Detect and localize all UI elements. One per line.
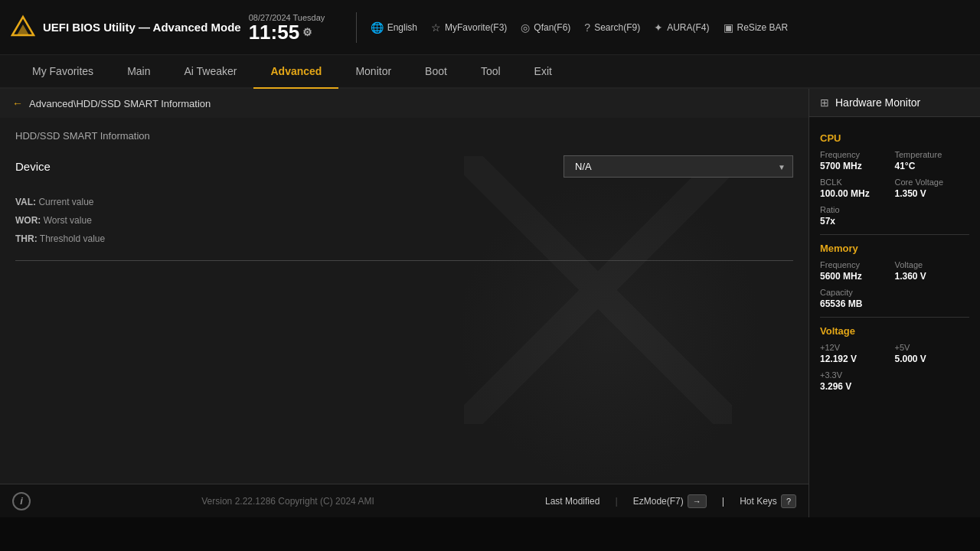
mem-frequency-value: 5600 MHz [820, 271, 895, 282]
hardware-monitor-panel: ⊞ Hardware Monitor CPU Frequency 5700 MH… [808, 89, 980, 517]
breadcrumb-text: Advanced\HDD/SSD SMART Information [29, 98, 211, 109]
settings-icon[interactable]: ⚙ [302, 27, 312, 37]
mem-frequency-label: Frequency [820, 260, 895, 269]
myfavorite-label: MyFavorite(F3) [445, 22, 507, 33]
mem-capacity-value: 65536 MB [820, 298, 895, 309]
cpu-bclk-col: BCLK 100.00 MHz [820, 178, 895, 199]
mem-voltage-value: 1.360 V [895, 271, 970, 282]
v12-col: +12V 12.192 V [820, 343, 895, 364]
cpu-memory-divider [820, 234, 969, 235]
globe-icon: 🌐 [371, 21, 384, 34]
v33-spacer [895, 370, 970, 392]
version-text: Version 2.22.1286 Copyright (C) 2024 AMI [31, 496, 545, 507]
v33-value: 3.296 V [820, 381, 895, 392]
logo-area: UEFI BIOS Utility — Advanced Mode [9, 14, 241, 41]
aura-label: AURA(F4) [667, 22, 709, 33]
footer-divider: | [615, 495, 617, 507]
toolbar-language[interactable]: 🌐 English [371, 21, 417, 34]
mem-capacity-col: Capacity 65536 MB [820, 288, 895, 309]
search-label: Search(F9) [594, 22, 640, 33]
back-arrow-icon[interactable]: ← [12, 97, 23, 109]
toolbar-qfan[interactable]: ◎ Qfan(F6) [521, 21, 570, 34]
cpu-core-voltage-value: 1.350 V [895, 188, 970, 199]
nav-advanced[interactable]: Advanced [253, 55, 338, 89]
ez-mode-button[interactable]: EzMode(F7) → [633, 494, 707, 508]
legend: VAL: Current value WOR: Worst value THR:… [15, 193, 793, 248]
search-icon: ? [584, 21, 590, 34]
vertical-divider [356, 12, 357, 43]
mem-voltage-label: Voltage [895, 260, 970, 269]
device-select-wrapper[interactable]: N/A [564, 155, 793, 178]
toolbar-search[interactable]: ? Search(F9) [584, 21, 640, 34]
resizebar-label: ReSize BAR [737, 22, 789, 33]
nav-ai-tweaker[interactable]: Ai Tweaker [167, 55, 253, 89]
hot-keys-button[interactable]: Hot Keys ? [740, 494, 796, 508]
v5-col: +5V 5.000 V [895, 343, 970, 364]
language-label: English [387, 22, 417, 33]
legend-val: VAL: Current value [15, 193, 793, 211]
footer-divider-2: | [722, 495, 724, 507]
top-bar: UEFI BIOS Utility — Advanced Mode 08/27/… [0, 0, 980, 55]
info-button[interactable]: i [12, 492, 31, 510]
mem-freq-voltage-row: Frequency 5600 MHz Voltage 1.360 V [820, 260, 969, 282]
breadcrumb: ← Advanced\HDD/SSD SMART Information [0, 89, 808, 118]
ez-mode-label: EzMode(F7) [633, 496, 684, 507]
last-modified-button[interactable]: Last Modified [545, 496, 599, 507]
hot-keys-key-icon: ? [781, 494, 796, 508]
nav-boot[interactable]: Boot [408, 55, 464, 89]
cpu-bclk-voltage-row: BCLK 100.00 MHz Core Voltage 1.350 V [820, 178, 969, 199]
cpu-bclk-value: 100.00 MHz [820, 188, 895, 199]
star-icon: ☆ [431, 21, 441, 34]
v12-v5-row: +12V 12.192 V +5V 5.000 V [820, 343, 969, 364]
nav-main[interactable]: Main [110, 55, 167, 89]
hardware-monitor-title: Hardware Monitor [835, 96, 920, 109]
time-display: 11:55 ⚙ [249, 22, 313, 42]
cpu-temperature-label: Temperature [895, 150, 970, 159]
svg-marker-1 [17, 24, 29, 35]
content-body: HDD/SSD SMART Information Device N/A VAL… [0, 118, 808, 484]
hot-keys-label: Hot Keys [740, 496, 777, 507]
status-bar: i Version 2.22.1286 Copyright (C) 2024 A… [0, 484, 808, 517]
ez-mode-key-icon: → [688, 494, 707, 508]
nav-tool[interactable]: Tool [464, 55, 518, 89]
v5-label: +5V [895, 343, 970, 352]
toolbar-myfavorite[interactable]: ☆ MyFavorite(F3) [431, 21, 507, 34]
v33-row: +3.3V 3.296 V [820, 370, 969, 392]
info-icon: i [12, 492, 31, 510]
datetime-display: 08/27/2024 Tuesday 11:55 ⚙ [249, 13, 333, 42]
nav-exit[interactable]: Exit [518, 55, 569, 89]
nav-bar: My Favorites Main Ai Tweaker Advanced Mo… [0, 55, 980, 89]
legend-thr: THR: Threshold value [15, 230, 793, 248]
v12-label: +12V [820, 343, 895, 352]
cpu-section-title: CPU [820, 132, 969, 144]
cpu-ratio-spacer [895, 205, 970, 227]
cpu-frequency-label: Frequency [820, 150, 895, 159]
toolbar-aura[interactable]: ✦ AURA(F4) [654, 21, 709, 34]
memory-voltage-divider [820, 317, 969, 318]
toolbar: 🌐 English ☆ MyFavorite(F3) ◎ Qfan(F6) ? … [371, 21, 971, 34]
mem-capacity-row: Capacity 65536 MB [820, 288, 969, 309]
mem-capacity-spacer [895, 288, 970, 309]
hardware-monitor-header: ⊞ Hardware Monitor [809, 89, 980, 117]
device-label: Device [15, 160, 51, 173]
cpu-freq-temp-row: Frequency 5700 MHz Temperature 41°C [820, 150, 969, 171]
mem-frequency-col: Frequency 5600 MHz [820, 260, 895, 282]
last-modified-label: Last Modified [545, 496, 599, 507]
v5-value: 5.000 V [895, 354, 970, 364]
device-row: Device N/A [15, 155, 793, 178]
v12-value: 12.192 V [820, 354, 895, 364]
content-divider [15, 260, 793, 261]
hardware-monitor-body: CPU Frequency 5700 MHz Temperature 41°C … [809, 117, 980, 406]
cpu-bclk-label: BCLK [820, 178, 895, 187]
cpu-ratio-label: Ratio [820, 205, 895, 214]
memory-section-title: Memory [820, 243, 969, 254]
monitor-icon: ⊞ [820, 96, 829, 109]
fan-icon: ◎ [521, 21, 530, 34]
cpu-core-voltage-col: Core Voltage 1.350 V [895, 178, 970, 199]
cpu-ratio-row: Ratio 57x [820, 205, 969, 227]
device-dropdown[interactable]: N/A [564, 155, 793, 178]
nav-monitor[interactable]: Monitor [338, 55, 408, 89]
toolbar-resizebar[interactable]: ▣ ReSize BAR [724, 21, 789, 34]
cpu-core-voltage-label: Core Voltage [895, 178, 970, 187]
nav-my-favorites[interactable]: My Favorites [15, 55, 110, 89]
